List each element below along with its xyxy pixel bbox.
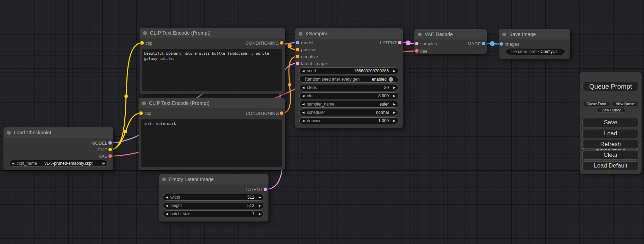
input-slot-latent-image[interactable]: latent_image [295, 60, 327, 67]
node-vae-decode[interactable]: VAE Decode samples vae IMAGE [414, 29, 487, 54]
node-empty-latent-image[interactable]: Empty Latent Image LATENT ◀ width 512 ▶ … [159, 174, 268, 222]
decrement-arrow-icon[interactable]: ◀ [300, 111, 307, 114]
collapse-dot-icon[interactable] [162, 178, 166, 181]
widget-batch-size[interactable]: ◀ batch_size 1 ▶ [163, 210, 264, 217]
latent-input-dot-icon[interactable] [415, 42, 418, 45]
decrement-arrow-icon[interactable]: ◀ [163, 212, 170, 216]
image-output-dot-icon[interactable] [482, 42, 485, 45]
widget-cfg[interactable]: ◀ cfg 8.000 ▶ [299, 92, 398, 99]
clip-input-dot-icon[interactable] [140, 41, 144, 45]
node-title-bar[interactable]: CLIP Text Encode (Prompt) [140, 28, 285, 38]
prompt-textarea[interactable]: text, watermark [141, 119, 282, 167]
decrement-arrow-icon[interactable]: ◀ [163, 204, 170, 207]
view-history-button[interactable]: View History [597, 108, 626, 112]
collapse-dot-icon[interactable] [418, 33, 422, 36]
widget-width[interactable]: ◀ width 512 ▶ [163, 194, 264, 201]
output-slot-conditioning[interactable]: CONDITIONING [246, 39, 285, 46]
widget-random-seed-toggle[interactable]: Random seed after every gen enabled [299, 76, 398, 83]
input-slot-model[interactable]: model [295, 39, 313, 46]
input-slot-negative[interactable]: negative [295, 53, 318, 60]
node-title-bar[interactable]: CLIP Text Encode (Prompt) [139, 98, 285, 108]
decrement-arrow-icon[interactable]: ◀ [300, 69, 307, 73]
conditioning-input-dot-icon[interactable] [296, 55, 299, 58]
clip-input-dot-icon[interactable] [139, 111, 143, 115]
collapse-dot-icon[interactable] [502, 33, 506, 36]
image-input-dot-icon[interactable] [500, 42, 503, 46]
widget-height[interactable]: ◀ height 512 ▶ [163, 202, 264, 209]
decrement-arrow-icon[interactable]: ◀ [300, 102, 307, 106]
latent-input-dot-icon[interactable] [296, 62, 299, 65]
increment-arrow-icon[interactable]: ▶ [256, 212, 264, 216]
decrement-arrow-icon[interactable]: ◀ [9, 162, 17, 165]
view-queue-button[interactable]: View Queue [612, 102, 639, 106]
output-slot-model[interactable]: MODEL [91, 139, 113, 146]
load-button[interactable]: Load [582, 129, 639, 138]
node-ksampler[interactable]: KSampler model positive negative latent_… [295, 28, 403, 128]
collapse-dot-icon[interactable] [143, 31, 147, 35]
output-slot-latent[interactable]: LATENT [246, 186, 268, 193]
increment-arrow-icon[interactable]: ▶ [391, 119, 398, 123]
decrement-arrow-icon[interactable]: ◀ [300, 94, 307, 98]
model-input-dot-icon[interactable] [296, 41, 299, 44]
widget-ckpt-name[interactable]: ◀ ckpt_name v1-5-pruned-emaonly.ckpt ▶ [9, 160, 108, 167]
queue-front-button[interactable]: Queue Front [582, 102, 610, 106]
decrement-arrow-icon[interactable]: ◀ [163, 196, 170, 199]
prompt-textarea[interactable]: beautiful scenery nature glass bottle la… [142, 49, 282, 91]
increment-arrow-icon[interactable]: ▶ [391, 102, 398, 106]
node-clip-text-encode-positive[interactable]: CLIP Text Encode (Prompt) clip CONDITION… [140, 28, 285, 94]
collapse-dot-icon[interactable] [7, 131, 11, 135]
vae-output-dot-icon[interactable] [108, 154, 112, 158]
latent-output-dot-icon[interactable] [264, 188, 267, 191]
widget-denoise[interactable]: ◀ denoise 1.000 ▶ [299, 117, 398, 124]
increment-arrow-icon[interactable]: ▶ [100, 162, 107, 165]
input-slot-clip[interactable]: clip [139, 110, 151, 117]
conditioning-output-dot-icon[interactable] [280, 111, 283, 115]
increment-arrow-icon[interactable]: ▶ [256, 196, 264, 199]
output-slot-clip[interactable]: CLIP [97, 146, 113, 153]
collapse-dot-icon[interactable] [142, 101, 146, 105]
node-save-image[interactable]: Save Image images filename_prefix ComfyU… [499, 29, 570, 59]
latent-output-dot-icon[interactable] [398, 41, 402, 44]
increment-arrow-icon[interactable]: ▶ [391, 69, 398, 73]
decrement-arrow-icon[interactable]: ◀ [300, 119, 307, 123]
comfyui-canvas[interactable]: { "colors": { "model": "#B39DDB", "clip"… [0, 0, 644, 244]
node-title-bar[interactable]: Load Checkpoint [3, 127, 113, 138]
input-slot-clip[interactable]: clip [140, 39, 152, 46]
input-slot-vae[interactable]: vae [414, 47, 427, 54]
input-slot-positive[interactable]: positive [295, 46, 316, 53]
widget-sampler-name[interactable]: ◀ sampler_name euler ▶ [299, 101, 398, 108]
widget-seed[interactable]: ◀ seed 156680208700286 ▶ [299, 67, 398, 74]
vae-input-dot-icon[interactable] [415, 49, 418, 53]
save-button[interactable]: Save [582, 118, 639, 127]
output-slot-image[interactable]: IMAGE [466, 40, 487, 47]
clear-button[interactable]: Clear [582, 151, 639, 160]
node-load-checkpoint[interactable]: Load Checkpoint MODEL CLIP VAE ◀ ckpt_na… [3, 127, 113, 170]
input-slot-samples[interactable]: samples [414, 40, 437, 47]
collapse-dot-icon[interactable] [299, 32, 302, 36]
model-output-dot-icon[interactable] [108, 141, 112, 145]
increment-arrow-icon[interactable]: ▶ [391, 86, 398, 89]
load-default-button[interactable]: Load Default [582, 161, 639, 170]
output-slot-vae[interactable]: VAE [99, 153, 113, 160]
clip-output-dot-icon[interactable] [108, 148, 112, 151]
decrement-arrow-icon[interactable]: ◀ [300, 86, 307, 89]
increment-arrow-icon[interactable]: ▶ [391, 94, 398, 98]
conditioning-input-dot-icon[interactable] [296, 48, 299, 51]
refresh-button[interactable]: Refresh [582, 140, 639, 149]
node-title-bar[interactable]: VAE Decode [414, 29, 487, 39]
output-slot-conditioning[interactable]: CONDITIONING [246, 110, 285, 117]
widget-steps[interactable]: ◀ steps 20 ▶ [299, 84, 398, 91]
queue-prompt-button[interactable]: Queue Prompt [582, 82, 639, 91]
node-title-bar[interactable]: Empty Latent Image [159, 174, 268, 184]
increment-arrow-icon[interactable]: ▶ [256, 204, 264, 207]
input-slot-images[interactable]: images [499, 40, 519, 47]
node-clip-text-encode-negative[interactable]: CLIP Text Encode (Prompt) clip CONDITION… [139, 98, 285, 170]
conditioning-output-dot-icon[interactable] [280, 41, 283, 45]
widget-filename-prefix[interactable]: filename_prefix ComfyUI [506, 48, 565, 55]
node-title-bar[interactable]: Save Image [499, 29, 570, 39]
widget-scheduler[interactable]: ◀ scheduler normal ▶ [299, 109, 398, 116]
node-title-bar[interactable]: KSampler [295, 28, 403, 39]
output-slot-latent[interactable]: LATENT [380, 39, 403, 46]
increment-arrow-icon[interactable]: ▶ [391, 111, 398, 114]
toggle-circle-icon[interactable] [389, 77, 393, 82]
